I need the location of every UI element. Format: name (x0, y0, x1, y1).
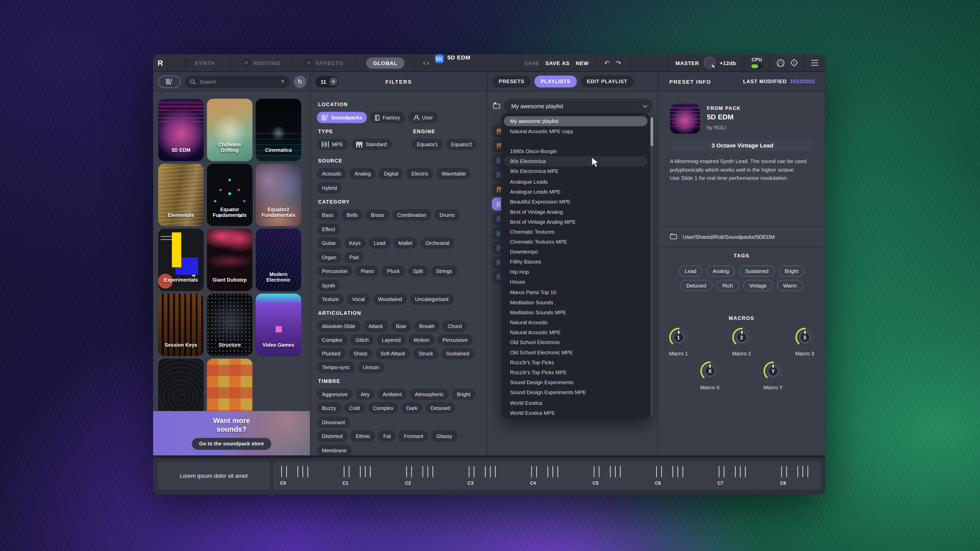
filter-chip[interactable]: Bow (391, 321, 411, 332)
filter-chip[interactable]: Sharp (348, 348, 372, 359)
filter-chip[interactable]: Equator1 (412, 139, 443, 150)
soundpack-tile[interactable]: Experimentals (158, 229, 204, 291)
playlist-option[interactable]: Natural Acoustic MPE copy (504, 126, 648, 136)
menu-button[interactable] (804, 54, 825, 71)
filter-chip[interactable]: Motion (409, 334, 434, 345)
playlist-option[interactable]: Hip Hop (504, 267, 648, 277)
tag-pill[interactable]: Rich (716, 280, 739, 291)
filter-chip[interactable]: Fat (378, 430, 396, 441)
filter-chip[interactable]: Piano (356, 265, 379, 277)
filter-chip[interactable]: Mallet (393, 238, 417, 249)
tag-pill[interactable]: Bright (778, 265, 805, 277)
soundpack-tile[interactable]: Video Games (256, 294, 301, 356)
filter-chip[interactable]: Dark (401, 402, 422, 413)
topbar-nav-tab[interactable]: ⇄ ROUTING (231, 54, 293, 71)
soundpack-tile[interactable]: Elementals (158, 164, 204, 226)
filter-chip[interactable]: Detuned (426, 402, 455, 413)
playlist-option[interactable]: Sound Design Experiments (504, 378, 648, 387)
filter-chip[interactable]: Soundpacks (317, 112, 367, 123)
library-view-button[interactable] (158, 75, 181, 88)
filter-chip[interactable]: Unison (358, 362, 384, 373)
playlist-option[interactable]: Meditation Sounds MPE (504, 307, 648, 317)
soundpack-tile[interactable]: Cinematica (256, 99, 301, 161)
new-button[interactable]: NEW (576, 60, 589, 66)
app-logo[interactable]: R (153, 54, 168, 71)
playlist-option[interactable]: Natural Acoustic MPE (504, 327, 648, 337)
topbar-nav-tab[interactable]: ⫶ SYNTH (168, 54, 231, 71)
filter-chip[interactable]: Strings (431, 265, 457, 277)
filter-chip[interactable]: Absolute-Slide (317, 321, 360, 332)
tag-pill[interactable]: Sustained (739, 265, 775, 277)
filter-chip[interactable]: Texture (317, 294, 344, 305)
filter-chip[interactable]: Percussive (438, 334, 473, 345)
clear-filters-button[interactable]: ✕ (329, 78, 338, 86)
filter-chip[interactable]: Tempo-sync (317, 362, 355, 373)
filter-chip[interactable]: Complex (317, 334, 347, 345)
playlist-option[interactable]: 90s Electronica MPE (504, 166, 648, 176)
playlist-option[interactable]: Old School Electronic (504, 337, 648, 347)
keyboard-ribbon[interactable]: C0C1C2C3C4C5C6C7C8 (273, 462, 821, 490)
soundpack-tile[interactable]: 5D EDM (158, 99, 204, 161)
filter-chip[interactable]: Brass (366, 209, 389, 221)
macro-knob[interactable]: 2 (731, 327, 752, 348)
soundpack-tile[interactable]: Structure (207, 294, 253, 356)
filter-chip[interactable]: Layered (377, 334, 406, 345)
tag-pill[interactable]: Lead (679, 265, 703, 277)
filter-chip[interactable]: Membrane (317, 445, 352, 456)
playlist-option[interactable]: Analogue Leads MPE (504, 186, 648, 197)
cpu-toggle[interactable] (751, 64, 763, 69)
soundpack-tile[interactable]: Chillwave Drifting (207, 99, 253, 161)
filter-chip[interactable]: Glassy (431, 430, 457, 441)
filter-chip[interactable]: Orchestral (420, 238, 454, 249)
topbar-tab-global[interactable]: GLOBAL (355, 54, 415, 71)
playlist-option[interactable]: House (504, 277, 648, 287)
filter-chip[interactable]: Pluck (382, 265, 405, 277)
playlist-option[interactable]: Best of Vintage Analog MPE (504, 217, 648, 227)
filter-chip[interactable]: Attack (363, 321, 388, 332)
tag-pill[interactable]: Analog (706, 265, 735, 277)
filter-chip[interactable]: Combination (392, 209, 431, 221)
playlist-option[interactable]: Natural Acoustic (504, 318, 648, 327)
filter-chip[interactable]: Effect (317, 224, 340, 235)
filter-chip[interactable]: Woodwind (373, 294, 407, 305)
filter-chip[interactable]: Ambient (378, 389, 407, 400)
soundpack-store-button[interactable]: Go to the soundpack store (192, 438, 272, 450)
filter-chip[interactable]: Ethnic (351, 430, 375, 441)
macro-knob[interactable]: 1 (668, 327, 689, 348)
roli-connect-icon[interactable]: ↕ (790, 59, 798, 67)
playlist-option[interactable]: 1980s Disco-Boogie (504, 146, 648, 156)
playlist-option[interactable]: Best of Vintage Analog (504, 206, 648, 217)
reset-filters-button[interactable]: ↻ (294, 75, 306, 88)
playlist-option[interactable]: Cinematic Textures (504, 227, 648, 237)
filter-chip[interactable]: Aggressive (317, 389, 353, 400)
filter-chip[interactable]: Analog (350, 168, 375, 179)
playlist-select[interactable]: My awesome playlist (504, 99, 652, 113)
filter-chip[interactable]: Organ (317, 252, 342, 263)
filter-chip[interactable]: Equator2 (446, 139, 477, 150)
playlist-option[interactable]: Beautiful Expression MPE (504, 197, 648, 206)
macro-knob[interactable]: 3 (794, 327, 815, 348)
filter-chip[interactable]: Percussion (317, 265, 353, 277)
filter-chip[interactable]: Plucked (317, 348, 345, 359)
tag-pill[interactable]: Vintage (743, 280, 773, 291)
playlist-scrollbar[interactable] (651, 117, 653, 416)
playlist-option[interactable]: World Exotica MPE (504, 408, 648, 418)
prev-preset-button[interactable]: ‹ (423, 59, 425, 66)
redo-button[interactable]: ↷ (616, 59, 621, 66)
clear-search-icon[interactable]: × (281, 79, 284, 84)
filter-chip[interactable]: Acoustic (317, 168, 347, 179)
playlist-option[interactable]: Downtempo (504, 247, 648, 257)
filter-chip[interactable]: Bass (317, 209, 339, 221)
save-button[interactable]: SAVE (524, 60, 539, 66)
soundpack-tile[interactable]: Giant Dubstep (207, 229, 253, 291)
playlist-option[interactable]: Marco Parisi Top 10 (504, 287, 648, 297)
filter-chip[interactable]: User (408, 112, 438, 123)
search-bar[interactable]: × (185, 75, 290, 88)
filter-chip[interactable]: Pad (345, 252, 364, 263)
filter-chip[interactable]: Drums (434, 209, 460, 221)
next-preset-button[interactable]: › (427, 59, 429, 66)
macro-knob[interactable]: Y (762, 360, 784, 382)
playlist-option[interactable]: Meditation Sounds (504, 297, 648, 307)
filter-chip[interactable]: Electric (406, 168, 433, 179)
topbar-nav-tab[interactable]: ≋ EFFECTS (293, 54, 356, 71)
